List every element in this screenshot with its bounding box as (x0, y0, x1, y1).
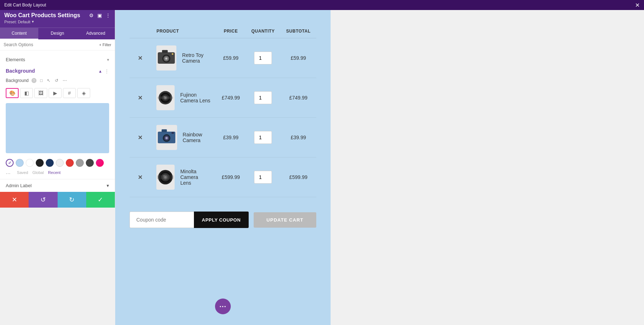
table-row: ✕ Retro Toy Camera £59.99 (130, 38, 316, 78)
preset-label[interactable]: Preset: Default ▾ (4, 19, 111, 24)
col-subtotal: SUBTOTAL (280, 24, 316, 38)
chevron-down-icon: ▾ (32, 19, 34, 24)
redo-icon: ↻ (69, 196, 74, 204)
mobile-icon[interactable]: □ (39, 77, 43, 84)
remove-item-button[interactable]: ✕ (138, 135, 142, 141)
tab-content[interactable]: Content (0, 28, 38, 39)
bg-label-row: Background ? □ ↖ ↺ ⋯ (0, 75, 115, 86)
svg-rect-1 (162, 50, 168, 53)
background-header-icons: ▴ ⋮ (99, 68, 109, 74)
quantity-input[interactable] (254, 131, 272, 144)
price-cell: £59.99 (216, 38, 246, 78)
more-options-icon[interactable]: ⋮ (104, 68, 109, 74)
bg-gradient-btn[interactable]: ◧ (20, 88, 33, 98)
save-button[interactable]: ✓ (86, 192, 115, 208)
layout-icon[interactable]: ▣ (97, 13, 102, 18)
swatch-white[interactable] (26, 159, 34, 167)
product-subtotal: £749.99 (289, 95, 308, 101)
elements-label: Elements (6, 57, 25, 62)
quantity-input[interactable] (254, 91, 272, 104)
saved-label[interactable]: Saved (17, 170, 28, 175)
color-preview-box[interactable] (6, 103, 109, 153)
remove-cell: ✕ (130, 78, 151, 118)
chevron-up-icon[interactable]: ▴ (99, 68, 102, 74)
redo-button[interactable]: ↻ (58, 192, 86, 208)
recent-label[interactable]: Recent (48, 170, 60, 175)
remove-item-button[interactable]: ✕ (138, 174, 142, 180)
price-cell: £749.99 (216, 78, 246, 118)
sync-icon[interactable]: ⚙ (89, 13, 94, 18)
filter-button[interactable]: + Filter (99, 43, 111, 47)
product-price: £39.99 (223, 135, 239, 140)
cursor-icon[interactable]: ↖ (46, 77, 51, 84)
admin-label-text: Admin Label (6, 183, 31, 188)
swatch-dark-blue[interactable] (46, 159, 54, 167)
swatch-dark-gray[interactable] (86, 159, 94, 167)
elements-section[interactable]: Elements ▾ (0, 54, 115, 65)
table-row: ✕ Minolta Camera Lens £599.99 (130, 157, 316, 197)
cart-preview: PRODUCT PRICE QUANTITY SUBTOTAL ✕ (115, 10, 331, 325)
panel-header-icons: ⚙ ▣ ⋮ (89, 13, 111, 18)
quantity-input[interactable] (254, 171, 272, 184)
bg-image-btn[interactable]: 🖼 (34, 88, 47, 98)
swatch-white2[interactable] (56, 159, 64, 167)
svg-point-5 (166, 58, 167, 59)
price-cell: £39.99 (216, 118, 246, 157)
product-image (156, 125, 177, 150)
table-row: ✕ Fujinon Camera Lens £749.99 (130, 78, 316, 118)
product-image (156, 45, 176, 71)
bg-mask-btn[interactable]: ◈ (77, 88, 90, 98)
more-icon[interactable]: ⋮ (106, 13, 111, 18)
bg-color-btn[interactable]: 🎨 (6, 88, 19, 98)
panel-title-section: Woo Cart Products Settings ⚙ ▣ ⋮ Preset:… (0, 10, 115, 28)
tab-design[interactable]: Design (38, 28, 77, 39)
product-subtotal: £39.99 (291, 135, 306, 140)
table-row: ✕ Rainbow Camera £39.99 £3 (130, 118, 316, 157)
swatch-gray[interactable] (76, 159, 84, 167)
apply-coupon-button[interactable]: APPLY COUPON (194, 212, 249, 228)
eyedropper-tool[interactable]: ✐ (6, 159, 14, 167)
undo-button[interactable]: ↺ (29, 192, 57, 208)
update-cart-button[interactable]: UPDATE CART (254, 212, 316, 228)
swatch-light-blue[interactable] (16, 159, 24, 167)
quantity-cell (245, 78, 280, 118)
more-dots-icon[interactable]: ⋯ (62, 77, 68, 84)
cancel-icon: ✕ (12, 196, 17, 204)
saved-global-row: Saved Global Recent (11, 170, 66, 178)
svg-rect-15 (162, 129, 167, 132)
search-input[interactable] (4, 42, 97, 47)
left-panel: Woo Cart Products Settings ⚙ ▣ ⋮ Preset:… (0, 10, 115, 208)
cart-header-row: PRODUCT PRICE QUANTITY SUBTOTAL (130, 24, 316, 38)
cart-actions: APPLY COUPON UPDATE CART (130, 212, 316, 228)
swatch-pink-edit[interactable] (96, 159, 104, 167)
close-button[interactable]: ✕ (635, 2, 640, 9)
swatch-black[interactable] (36, 159, 44, 167)
col-quantity: QUANTITY (245, 24, 280, 38)
swatch-red[interactable] (66, 159, 74, 167)
price-cell: £599.99 (216, 157, 246, 197)
remove-item-button[interactable]: ✕ (138, 55, 142, 61)
background-section-header: Background ▴ ⋮ (0, 65, 115, 75)
floating-menu-button[interactable]: ··· (215, 299, 231, 314)
quantity-input[interactable] (254, 52, 272, 64)
coupon-input[interactable] (130, 212, 194, 228)
color-swatches-row: ✐ (0, 156, 115, 170)
product-image (156, 85, 174, 110)
product-subtotal: £599.99 (289, 174, 308, 180)
remove-item-button[interactable]: ✕ (138, 95, 142, 101)
bg-video-btn[interactable]: ▶ (49, 88, 62, 98)
tab-advanced[interactable]: Advanced (77, 28, 115, 39)
help-icon[interactable]: ? (31, 78, 36, 83)
bottom-bar: ✕ ↺ ↻ ✓ (0, 192, 115, 208)
more-dots[interactable]: ··· (6, 170, 10, 177)
product-price: £59.99 (223, 55, 239, 61)
subtotal-cell: £599.99 (280, 157, 316, 197)
cancel-button[interactable]: ✕ (0, 192, 29, 208)
bg-pattern-btn[interactable]: # (63, 88, 76, 98)
svg-rect-13 (158, 96, 173, 99)
global-label[interactable]: Global (33, 170, 44, 175)
admin-label-row[interactable]: Admin Label ▾ (0, 179, 115, 192)
undo-icon[interactable]: ↺ (54, 77, 59, 84)
quantity-cell (245, 157, 280, 197)
product-name: Rainbow Camera (183, 132, 210, 143)
